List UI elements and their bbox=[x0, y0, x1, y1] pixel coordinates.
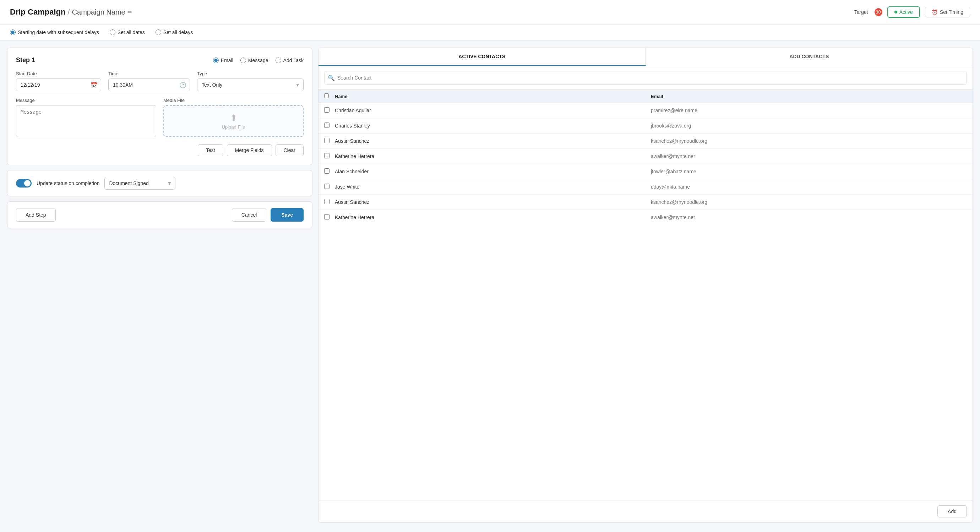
radio-all-dates-label: Set all dates bbox=[118, 29, 145, 35]
active-button[interactable]: Active bbox=[887, 6, 920, 18]
step-types: Email Message Add Task bbox=[213, 57, 304, 63]
row-check-6 bbox=[324, 199, 335, 205]
table-row: Austin Sanchez ksanchez@rhynoodle.org bbox=[318, 134, 972, 149]
left-panel: Step 1 Email Message Add Task bbox=[7, 48, 312, 523]
set-timing-button[interactable]: ⏰ Set Timing bbox=[925, 7, 970, 18]
clock-icon: ⏰ bbox=[932, 9, 938, 15]
message-label: Message bbox=[16, 98, 156, 103]
active-label: Active bbox=[899, 9, 913, 15]
toggle-slider bbox=[16, 179, 32, 188]
table-row: Katherine Herrera awalker@mynte.net bbox=[318, 210, 972, 225]
search-bar: 🔍 bbox=[318, 66, 972, 90]
contact-name-6: Austin Sanchez bbox=[335, 199, 651, 205]
start-date-input[interactable] bbox=[16, 78, 101, 91]
contact-email-2: ksanchez@rhynoodle.org bbox=[651, 138, 967, 144]
row-checkbox-7[interactable] bbox=[324, 214, 329, 220]
form-group-date: Start Date 📅 bbox=[16, 71, 101, 91]
step-header: Step 1 Email Message Add Task bbox=[16, 56, 304, 64]
contact-name-7: Katherine Herrera bbox=[335, 215, 651, 220]
calendar-icon: 📅 bbox=[91, 82, 98, 88]
row-checkbox-4[interactable] bbox=[324, 168, 329, 174]
edit-icon[interactable]: ✏ bbox=[127, 9, 132, 16]
search-icon: 🔍 bbox=[328, 75, 335, 81]
contact-name-0: Christian Aguilar bbox=[335, 108, 651, 113]
status-select[interactable]: Document Signed bbox=[104, 177, 175, 190]
message-group: Message bbox=[16, 98, 156, 137]
type-email-input[interactable] bbox=[213, 57, 219, 63]
test-button[interactable]: Test bbox=[198, 144, 223, 156]
tab-active-contacts[interactable]: ACTIVE CONTACTS bbox=[318, 48, 646, 66]
radio-all-dates-input[interactable] bbox=[110, 29, 115, 35]
target-count: 10 bbox=[875, 8, 882, 16]
type-message[interactable]: Message bbox=[240, 57, 269, 63]
row-checkbox-5[interactable] bbox=[324, 183, 329, 189]
merge-fields-button[interactable]: Merge Fields bbox=[227, 144, 272, 156]
table-row: Austin Sanchez ksanchez@rhynoodle.org bbox=[318, 194, 972, 210]
table-header: Name Email bbox=[318, 90, 972, 103]
search-input[interactable] bbox=[324, 71, 967, 84]
start-date-label: Start Date bbox=[16, 71, 101, 76]
type-email[interactable]: Email bbox=[213, 57, 233, 63]
type-task-input[interactable] bbox=[275, 57, 281, 63]
clear-button[interactable]: Clear bbox=[275, 144, 304, 156]
radio-all-delays-label: Set all delays bbox=[163, 29, 193, 35]
footer-actions: Cancel Save bbox=[232, 208, 304, 221]
contact-name-5: Jose White bbox=[335, 184, 651, 190]
row-checkbox-6[interactable] bbox=[324, 199, 329, 204]
time-input[interactable] bbox=[108, 78, 190, 91]
radio-starting-input[interactable] bbox=[10, 29, 16, 35]
contacts-tabs: ACTIVE CONTACTS ADD CONTACTS bbox=[318, 48, 972, 66]
status-select-wrapper: Document Signed ▼ bbox=[104, 177, 175, 190]
upload-area[interactable]: ⬆ Upload File bbox=[163, 105, 304, 137]
radio-all-delays-input[interactable] bbox=[156, 29, 161, 35]
row-checkbox-1[interactable] bbox=[324, 123, 329, 128]
header-right: Target 10 Active ⏰ Set Timing bbox=[854, 6, 970, 18]
completion-card: Update status on completion Document Sig… bbox=[7, 170, 312, 196]
target-label: Target bbox=[854, 9, 868, 15]
add-button[interactable]: Add bbox=[937, 505, 967, 518]
contact-email-6: ksanchez@rhynoodle.org bbox=[651, 199, 967, 205]
step-card: Step 1 Email Message Add Task bbox=[7, 48, 312, 165]
message-textarea[interactable] bbox=[16, 105, 156, 137]
tab-add-contacts[interactable]: ADD CONTACTS bbox=[646, 48, 973, 66]
row-check-7 bbox=[324, 214, 335, 221]
contact-name-1: Charles Stanley bbox=[335, 123, 651, 129]
start-date-wrapper: 📅 bbox=[16, 78, 101, 91]
table-row: Jose White dday@mita.name bbox=[318, 179, 972, 194]
footer-card: Add Step Cancel Save bbox=[7, 201, 312, 228]
completion-label: Update status on completion bbox=[37, 180, 99, 186]
type-task[interactable]: Add Task bbox=[275, 57, 304, 63]
row-check-2 bbox=[324, 138, 335, 144]
row-check-1 bbox=[324, 123, 335, 129]
table-row: Charles Stanley jbrooks@zava.org bbox=[318, 118, 972, 134]
contact-email-1: jbrooks@zava.org bbox=[651, 123, 967, 129]
radio-all-delays[interactable]: Set all delays bbox=[156, 29, 193, 35]
contact-name-3: Katherine Herrera bbox=[335, 153, 651, 159]
row-check-0 bbox=[324, 107, 335, 114]
type-message-input[interactable] bbox=[240, 57, 246, 63]
type-select[interactable]: Text Only Image Video bbox=[197, 78, 304, 91]
search-input-wrap: 🔍 bbox=[324, 71, 967, 84]
timing-label: Set Timing bbox=[940, 9, 963, 15]
row-checkbox-3[interactable] bbox=[324, 153, 329, 158]
row-check-5 bbox=[324, 183, 335, 190]
radio-starting[interactable]: Starting date with subsequent delays bbox=[10, 29, 99, 35]
type-message-label: Message bbox=[248, 57, 269, 63]
contact-rows: Christian Aguilar pramirez@eire.name Cha… bbox=[318, 103, 972, 225]
add-step-button[interactable]: Add Step bbox=[16, 208, 56, 221]
upload-text: Upload File bbox=[222, 124, 245, 130]
row-check-4 bbox=[324, 168, 335, 175]
save-button[interactable]: Save bbox=[270, 208, 304, 221]
type-email-label: Email bbox=[221, 57, 233, 63]
select-all-checkbox[interactable] bbox=[324, 93, 329, 98]
table-row: Alan Schneider jfowler@abatz.name bbox=[318, 164, 972, 179]
radio-all-dates[interactable]: Set all dates bbox=[110, 29, 145, 35]
cancel-button[interactable]: Cancel bbox=[232, 208, 267, 221]
contact-email-4: jfowler@abatz.name bbox=[651, 169, 967, 174]
toggle-completion[interactable] bbox=[16, 179, 32, 188]
contact-email-7: awalker@mynte.net bbox=[651, 215, 967, 220]
row-checkbox-2[interactable] bbox=[324, 138, 329, 143]
campaign-name: Campaign Name bbox=[72, 8, 125, 16]
row-checkbox-0[interactable] bbox=[324, 107, 329, 113]
type-select-wrapper: Text Only Image Video ▼ bbox=[197, 78, 304, 91]
